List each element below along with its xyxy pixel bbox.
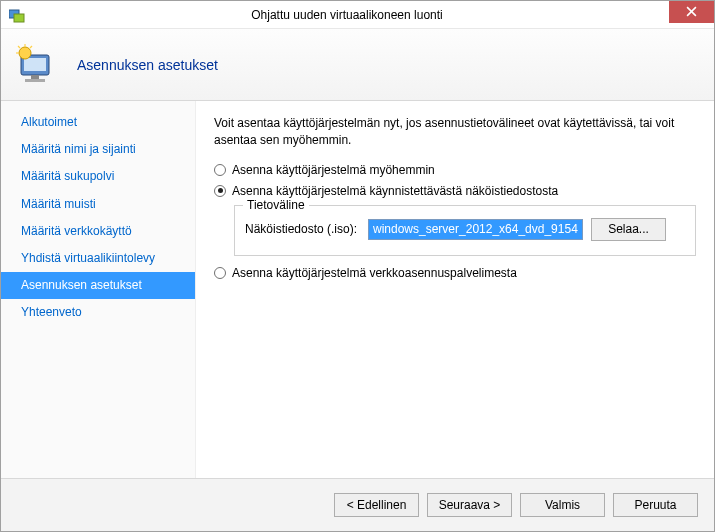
footer: < Edellinen Seuraava > Valmis Peruuta bbox=[1, 478, 714, 531]
radio-icon bbox=[214, 267, 226, 279]
svg-rect-4 bbox=[31, 75, 39, 79]
prev-button[interactable]: < Edellinen bbox=[334, 493, 419, 517]
sidebar-item-name[interactable]: Määritä nimi ja sijainti bbox=[1, 136, 195, 163]
radio-icon bbox=[214, 164, 226, 176]
body: Alkutoimet Määritä nimi ja sijainti Määr… bbox=[1, 101, 714, 478]
svg-point-6 bbox=[19, 47, 31, 59]
sidebar-item-disk[interactable]: Yhdistä virtuaalikiintolevy bbox=[1, 245, 195, 272]
close-button[interactable] bbox=[669, 1, 714, 23]
cancel-button[interactable]: Peruuta bbox=[613, 493, 698, 517]
radio-icon bbox=[214, 185, 226, 197]
svg-rect-1 bbox=[14, 14, 24, 22]
option-install-network[interactable]: Asenna käyttöjärjestelmä verkkoasennuspa… bbox=[214, 266, 696, 280]
sidebar-item-memory[interactable]: Määritä muisti bbox=[1, 191, 195, 218]
sidebar-item-summary[interactable]: Yhteenveto bbox=[1, 299, 195, 326]
fieldset-legend: Tietoväline bbox=[243, 198, 309, 212]
option-label: Asenna käyttöjärjestelmä verkkoasennuspa… bbox=[232, 266, 517, 280]
sidebar-item-install[interactable]: Asennuksen asetukset bbox=[1, 272, 195, 299]
page-title: Asennuksen asetukset bbox=[77, 57, 218, 73]
option-install-iso[interactable]: Asenna käyttöjärjestelmä käynnistettäväs… bbox=[214, 184, 696, 198]
sidebar-item-generation[interactable]: Määritä sukupolvi bbox=[1, 163, 195, 190]
svg-rect-5 bbox=[25, 79, 45, 82]
titlebar: Ohjattu uuden virtuaalikoneen luonti bbox=[1, 1, 714, 29]
header: Asennuksen asetukset bbox=[1, 29, 714, 101]
main-panel: Voit asentaa käyttöjärjestelmän nyt, jos… bbox=[196, 101, 714, 478]
svg-line-10 bbox=[30, 46, 32, 48]
wizard-window: Ohjattu uuden virtuaalikoneen luonti Ase… bbox=[0, 0, 715, 532]
app-icon bbox=[9, 7, 25, 23]
iso-label: Näköistiedosto (.iso): bbox=[245, 222, 360, 236]
media-fieldset: Tietoväline Näköistiedosto (.iso): Selaa… bbox=[234, 205, 696, 256]
sidebar-item-network[interactable]: Määritä verkkokäyttö bbox=[1, 218, 195, 245]
close-icon bbox=[686, 6, 697, 17]
option-install-later[interactable]: Asenna käyttöjärjestelmä myöhemmin bbox=[214, 163, 696, 177]
browse-button[interactable]: Selaa... bbox=[591, 218, 666, 241]
svg-rect-3 bbox=[24, 58, 46, 71]
page-description: Voit asentaa käyttöjärjestelmän nyt, jos… bbox=[214, 115, 696, 149]
wizard-icon bbox=[13, 41, 61, 89]
iso-path-input[interactable] bbox=[368, 219, 583, 240]
sidebar-item-begin[interactable]: Alkutoimet bbox=[1, 109, 195, 136]
finish-button[interactable]: Valmis bbox=[520, 493, 605, 517]
iso-field-row: Näköistiedosto (.iso): Selaa... bbox=[245, 218, 685, 241]
svg-line-9 bbox=[18, 46, 20, 48]
option-label: Asenna käyttöjärjestelmä myöhemmin bbox=[232, 163, 435, 177]
sidebar: Alkutoimet Määritä nimi ja sijainti Määr… bbox=[1, 101, 196, 478]
option-label: Asenna käyttöjärjestelmä käynnistettäväs… bbox=[232, 184, 558, 198]
next-button[interactable]: Seuraava > bbox=[427, 493, 512, 517]
window-title: Ohjattu uuden virtuaalikoneen luonti bbox=[25, 8, 669, 22]
